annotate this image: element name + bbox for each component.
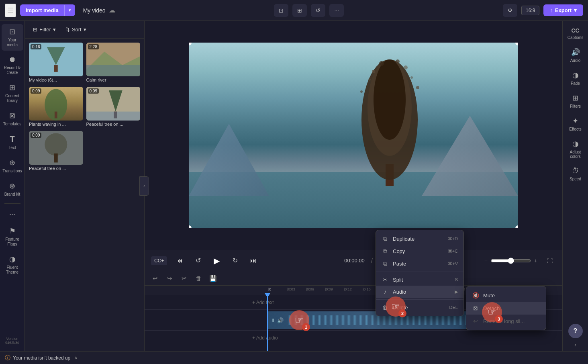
rs-item-fade[interactable]: ◑ Fade	[565, 67, 586, 89]
aspect-ratio-button[interactable]: 16:9	[521, 6, 539, 15]
add-text-label[interactable]: + Add text	[252, 300, 274, 305]
media-panel: ⊟ Filter ▾ ⇅ Sort ▾	[25, 21, 145, 351]
save-button[interactable]: 💾	[207, 273, 218, 284]
svg-rect-11	[86, 112, 141, 121]
svg-point-18	[374, 59, 406, 140]
audio-icon: 🔊	[277, 317, 284, 323]
media-item-plants-waving[interactable]: 0:09 Plants waving in ...	[29, 87, 83, 128]
redo-button[interactable]: ↪	[164, 273, 175, 284]
media-thumb-peaceful-tree-1[interactable]: 0:09	[86, 87, 141, 121]
rs-item-effects[interactable]: ✦ Effects	[565, 113, 586, 135]
status-warning-icon: ⓘ	[5, 354, 10, 362]
import-dropdown-arrow[interactable]: ▾	[64, 5, 75, 16]
expand-button[interactable]: ⛶	[544, 255, 556, 267]
cm-item-copy[interactable]: ⧉ Copy ⌘+C	[376, 245, 463, 258]
rs-item-filters[interactable]: ⊞ Filters	[565, 90, 586, 112]
sort-icon: ⇅	[65, 27, 70, 33]
rs-label-audio: Audio	[570, 58, 581, 63]
caption-button[interactable]: CC+	[151, 256, 167, 265]
play-button[interactable]: ▶	[210, 255, 223, 267]
back5-button[interactable]: ↺	[192, 255, 204, 267]
video-canvas[interactable]	[189, 43, 518, 228]
video-canvas-container	[189, 43, 518, 228]
cm-item-duplicate[interactable]: ⧉ Duplicate ⌘+D	[376, 233, 463, 245]
sidebar-item-fluent-theme[interactable]: ◑ FluentTheme	[2, 252, 23, 278]
export-icon: ↑	[550, 7, 553, 13]
sidebar-item-your-media[interactable]: ⊡ Your media	[2, 24, 23, 51]
status-message: Your media isn't backed up	[13, 355, 70, 361]
sm-item-mute[interactable]: 🔇 Mute	[466, 289, 546, 302]
svg-point-26	[410, 76, 413, 79]
sidebar-item-feature-flags[interactable]: ⚑ FeatureFlags	[2, 223, 23, 250]
svg-point-24	[396, 59, 400, 63]
media-name-plants-waving: Plants waving in ...	[29, 121, 83, 128]
split-icon: ✂	[382, 276, 389, 283]
sidebar-item-label-record: Record &create	[4, 65, 21, 75]
media-item-peaceful-tree-2[interactable]: 0:09 Peaceful tree on ...	[29, 131, 83, 172]
status-expand-icon[interactable]: ∧	[74, 355, 78, 360]
prev-button[interactable]: ⏮	[174, 255, 186, 267]
video-preview	[145, 21, 562, 250]
sm-item-detach[interactable]: ⊠ Detach	[466, 302, 546, 315]
export-button[interactable]: ↑ Export ▾	[543, 4, 583, 16]
sidebar-item-label-transitions: Transitions	[2, 169, 22, 174]
cm-item-paste[interactable]: ⧉ Paste ⌘+V	[376, 258, 463, 270]
cm-item-split[interactable]: ✂ Split S	[376, 274, 463, 286]
sidebar-item-content-library[interactable]: ⊞ Contentlibrary	[2, 80, 23, 106]
media-thumb-my-video[interactable]: 0:16	[29, 43, 83, 76]
media-item-calm-river[interactable]: 2:28 Calm river	[86, 43, 141, 84]
media-thumb-plants-waving[interactable]: 0:09	[29, 87, 83, 121]
playback-bar: CC+ ⏮ ↺ ▶ ↻ ⏭ 00:00.00 / 00:16.30 − + ⛶	[145, 250, 562, 271]
sidebar-item-transitions[interactable]: ⊕ Transitions	[2, 155, 23, 177]
cm-item-delete[interactable]: 🗑 Delete DEL	[376, 301, 463, 313]
add-audio-label[interactable]: + Add audio	[252, 335, 278, 341]
undo-button[interactable]: ↩	[149, 273, 161, 284]
sm-label-detach: Detach	[483, 305, 500, 311]
rs-item-audio[interactable]: 🔊 Audio	[565, 45, 586, 66]
media-panel-toolbar: ⊟ Filter ▾ ⇅ Sort ▾	[25, 21, 144, 39]
rotate-tool-button[interactable]: ↺	[311, 4, 325, 17]
sidebar-item-templates[interactable]: ⊠ Templates	[2, 108, 23, 130]
feature-flags-icon: ⚑	[9, 227, 16, 235]
import-media-button[interactable]: Import media ▾	[20, 4, 75, 16]
filter-button[interactable]: ⊟ Filter ▾	[30, 25, 59, 34]
cm-item-audio[interactable]: ♪ Audio ▶	[376, 286, 463, 298]
collapse-media-panel-button[interactable]: ‹	[139, 176, 149, 196]
cm-label-duplicate: Duplicate	[393, 236, 444, 242]
filter-icon: ⊟	[33, 27, 37, 33]
sort-button[interactable]: ⇅ Sort ▾	[62, 25, 90, 34]
fit-tool-button[interactable]: ⊞	[292, 4, 307, 17]
cm-shortcut-duplicate: ⌘+D	[448, 236, 458, 241]
cloud-sync-icon: ☁	[109, 6, 115, 14]
sidebar-item-languages[interactable]: ···	[2, 207, 23, 222]
rs-item-speed[interactable]: ⏱ Speed	[565, 164, 586, 184]
sidebar-item-brand-kit[interactable]: ⊛ Brand kit	[2, 178, 23, 200]
brand-kit-icon: ⊛	[9, 182, 15, 190]
settings-button[interactable]: ⚙	[503, 4, 517, 17]
media-duration-calm-river: 2:28	[88, 44, 99, 49]
import-media-label: Import media	[20, 4, 64, 16]
delete-button[interactable]: 🗑	[193, 273, 204, 284]
media-item-peaceful-tree-1[interactable]: 0:09 Peaceful tree on ...	[86, 87, 141, 128]
next-button[interactable]: ⏭	[247, 255, 259, 267]
hamburger-button[interactable]: ☰	[5, 4, 16, 17]
cut-button[interactable]: ✂	[178, 273, 190, 284]
rs-item-captions[interactable]: CC Captions	[565, 24, 586, 43]
pause-icon: ⏸	[270, 317, 276, 323]
rs-item-adjust-colors[interactable]: ◑ Adjustcolors	[565, 136, 586, 162]
fwd5-button[interactable]: ↻	[229, 255, 241, 267]
cm-label-split: Split	[393, 277, 451, 283]
playhead[interactable]	[267, 295, 268, 351]
crop-tool-button[interactable]: ⊡	[274, 4, 288, 17]
sidebar-item-text[interactable]: T Text	[2, 131, 23, 153]
cm-shortcut-delete: DEL	[449, 305, 458, 310]
more-tools-button[interactable]: ···	[329, 4, 344, 17]
sidebar-item-record[interactable]: ⏺ Record &create	[2, 52, 23, 78]
languages-icon: ···	[9, 210, 15, 219]
rs-collapse-button[interactable]: ‹	[574, 342, 576, 348]
media-thumb-peaceful-tree-2[interactable]: 0:09	[29, 131, 83, 165]
media-thumb-calm-river[interactable]: 2:28	[86, 43, 141, 76]
media-item-my-video[interactable]: 0:16 My video (6)...	[29, 43, 83, 84]
zoom-slider[interactable]	[491, 258, 531, 264]
help-button[interactable]: ?	[568, 324, 583, 338]
